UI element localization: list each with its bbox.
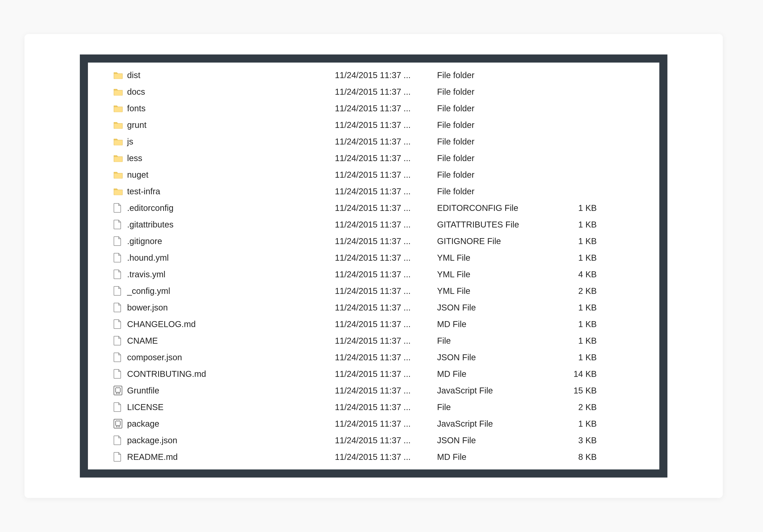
file-row[interactable]: CHANGELOG.md11/24/2015 11:37 ...MD File1… bbox=[113, 316, 634, 332]
file-type: File folder bbox=[437, 70, 552, 80]
file-date: 11/24/2015 11:37 ... bbox=[335, 402, 437, 412]
file-type: MD File bbox=[437, 452, 552, 462]
file-row[interactable]: bower.json11/24/2015 11:37 ...JSON File1… bbox=[113, 299, 634, 316]
card-container: dist11/24/2015 11:37 ...File folderdocs1… bbox=[25, 34, 723, 498]
file-type: File bbox=[437, 336, 552, 346]
file-icon-cell bbox=[113, 452, 126, 462]
file-name: js bbox=[126, 137, 335, 146]
file-type: File folder bbox=[437, 87, 552, 97]
file-row[interactable]: .editorconfig11/24/2015 11:37 ...EDITORC… bbox=[113, 200, 634, 216]
file-date: 11/24/2015 11:37 ... bbox=[335, 369, 437, 379]
file-icon bbox=[113, 352, 122, 362]
file-row[interactable]: package11/24/2015 11:37 ...JavaScript Fi… bbox=[113, 415, 634, 432]
file-date: 11/24/2015 11:37 ... bbox=[335, 104, 437, 113]
file-type: GITIGNORE File bbox=[437, 236, 552, 246]
file-size: 1 KB bbox=[552, 353, 597, 362]
file-row[interactable]: js11/24/2015 11:37 ...File folder bbox=[113, 133, 634, 150]
folder-icon bbox=[113, 138, 123, 145]
file-type: MD File bbox=[437, 319, 552, 329]
explorer-frame: dist11/24/2015 11:37 ...File folderdocs1… bbox=[80, 54, 667, 478]
file-icon-cell bbox=[113, 402, 126, 412]
file-row[interactable]: grunt11/24/2015 11:37 ...File folder bbox=[113, 117, 634, 133]
file-icon bbox=[113, 303, 122, 312]
file-icon-cell bbox=[113, 286, 126, 296]
file-row[interactable]: package.json11/24/2015 11:37 ...JSON Fil… bbox=[113, 432, 634, 449]
file-icon bbox=[113, 402, 122, 412]
file-name: _config.yml bbox=[126, 286, 335, 296]
file-row[interactable]: CNAME11/24/2015 11:37 ...File1 KB bbox=[113, 332, 634, 349]
file-date: 11/24/2015 11:37 ... bbox=[335, 436, 437, 445]
file-name: LICENSE bbox=[126, 402, 335, 412]
file-icon-cell bbox=[113, 105, 126, 112]
file-row[interactable]: less11/24/2015 11:37 ...File folder bbox=[113, 150, 634, 166]
file-row[interactable]: .travis.yml11/24/2015 11:37 ...YML File4… bbox=[113, 266, 634, 283]
script-file-icon bbox=[113, 419, 122, 429]
folder-icon bbox=[113, 154, 123, 162]
file-size: 1 KB bbox=[552, 303, 597, 312]
file-icon-cell bbox=[113, 386, 126, 396]
file-size: 1 KB bbox=[552, 236, 597, 246]
file-size: 8 KB bbox=[552, 452, 597, 462]
file-name: grunt bbox=[126, 120, 335, 130]
file-row[interactable]: nuget11/24/2015 11:37 ...File folder bbox=[113, 166, 634, 183]
file-icon-cell bbox=[113, 154, 126, 162]
file-date: 11/24/2015 11:37 ... bbox=[335, 70, 437, 80]
file-type: YML File bbox=[437, 270, 552, 279]
file-icon-cell bbox=[113, 369, 126, 379]
file-date: 11/24/2015 11:37 ... bbox=[335, 386, 437, 396]
file-icon-cell bbox=[113, 352, 126, 362]
file-size: 2 KB bbox=[552, 286, 597, 296]
file-name: Gruntfile bbox=[126, 386, 335, 396]
file-row[interactable]: dist11/24/2015 11:37 ...File folder bbox=[113, 67, 634, 83]
file-date: 11/24/2015 11:37 ... bbox=[335, 87, 437, 97]
file-date: 11/24/2015 11:37 ... bbox=[335, 303, 437, 312]
file-icon bbox=[113, 253, 122, 263]
file-type: File folder bbox=[437, 170, 552, 180]
file-name: README.md bbox=[126, 452, 335, 462]
file-icon-cell bbox=[113, 171, 126, 179]
folder-icon bbox=[113, 71, 123, 79]
file-icon bbox=[113, 452, 122, 462]
file-row[interactable]: composer.json11/24/2015 11:37 ...JSON Fi… bbox=[113, 349, 634, 366]
file-type: File folder bbox=[437, 187, 552, 196]
file-name: CHANGELOG.md bbox=[126, 319, 335, 329]
file-icon bbox=[113, 220, 122, 229]
file-row[interactable]: .hound.yml11/24/2015 11:37 ...YML File1 … bbox=[113, 249, 634, 266]
file-date: 11/24/2015 11:37 ... bbox=[335, 203, 437, 213]
file-size: 3 KB bbox=[552, 436, 597, 445]
file-icon bbox=[113, 369, 122, 379]
file-row[interactable]: .gitattributes11/24/2015 11:37 ...GITATT… bbox=[113, 216, 634, 233]
file-type: EDITORCONFIG File bbox=[437, 203, 552, 213]
file-list: dist11/24/2015 11:37 ...File folderdocs1… bbox=[113, 67, 634, 465]
file-date: 11/24/2015 11:37 ... bbox=[335, 137, 437, 146]
file-row[interactable]: _config.yml11/24/2015 11:37 ...YML File2… bbox=[113, 283, 634, 299]
file-icon-cell bbox=[113, 121, 126, 129]
file-size: 1 KB bbox=[552, 253, 597, 263]
file-name: bower.json bbox=[126, 303, 335, 312]
folder-icon bbox=[113, 88, 123, 96]
file-size: 1 KB bbox=[552, 336, 597, 346]
file-row[interactable]: CONTRIBUTING.md11/24/2015 11:37 ...MD Fi… bbox=[113, 366, 634, 382]
file-icon-cell bbox=[113, 71, 126, 79]
file-size: 2 KB bbox=[552, 402, 597, 412]
file-row[interactable]: docs11/24/2015 11:37 ...File folder bbox=[113, 83, 634, 100]
file-icon bbox=[113, 435, 122, 445]
file-name: test-infra bbox=[126, 187, 335, 196]
file-type: YML File bbox=[437, 253, 552, 263]
file-date: 11/24/2015 11:37 ... bbox=[335, 419, 437, 429]
file-date: 11/24/2015 11:37 ... bbox=[335, 270, 437, 279]
file-row[interactable]: LICENSE11/24/2015 11:37 ...File2 KB bbox=[113, 399, 634, 415]
file-type: MD File bbox=[437, 369, 552, 379]
file-icon-cell bbox=[113, 319, 126, 329]
file-row[interactable]: test-infra11/24/2015 11:37 ...File folde… bbox=[113, 183, 634, 200]
file-row[interactable]: fonts11/24/2015 11:37 ...File folder bbox=[113, 100, 634, 117]
file-size: 1 KB bbox=[552, 203, 597, 213]
file-row[interactable]: .gitignore11/24/2015 11:37 ...GITIGNORE … bbox=[113, 233, 634, 249]
file-type: JSON File bbox=[437, 436, 552, 445]
file-row[interactable]: Gruntfile11/24/2015 11:37 ...JavaScript … bbox=[113, 382, 634, 399]
file-icon-cell bbox=[113, 253, 126, 263]
file-icon-cell bbox=[113, 188, 126, 195]
file-type: File folder bbox=[437, 104, 552, 113]
file-size: 1 KB bbox=[552, 220, 597, 229]
file-row[interactable]: README.md11/24/2015 11:37 ...MD File8 KB bbox=[113, 449, 634, 465]
